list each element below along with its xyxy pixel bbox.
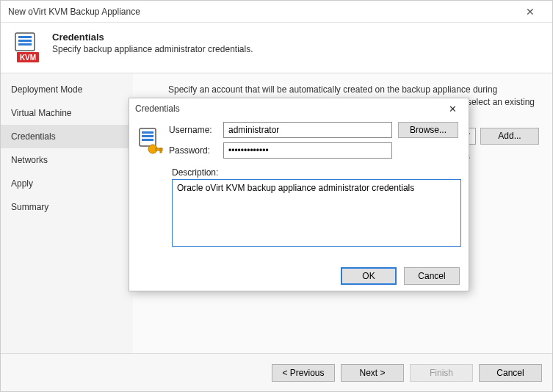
svg-rect-12: [160, 148, 162, 153]
wizard-footer: < Previous Next > Finish Cancel: [1, 353, 552, 391]
dialog-cancel-button[interactable]: Cancel: [404, 267, 460, 285]
svg-rect-9: [142, 139, 153, 141]
dialog-title: Credentials: [135, 104, 442, 114]
svg-rect-2: [18, 40, 32, 42]
wizard-sidebar: Deployment Mode Virtual Machine Credenti…: [1, 73, 133, 353]
previous-button[interactable]: < Previous: [272, 364, 335, 382]
dialog-footer: OK Cancel: [129, 261, 469, 291]
page-title: Credentials: [52, 32, 253, 43]
close-icon[interactable]: ✕: [516, 6, 545, 18]
svg-rect-7: [142, 131, 153, 134]
dialog-titlebar: Credentials ✕: [129, 98, 469, 119]
instruction-line1: Specify an account that will be automati…: [168, 84, 497, 95]
password-field[interactable]: [223, 142, 392, 159]
ok-button[interactable]: OK: [341, 267, 397, 285]
sidebar-item-deployment-mode[interactable]: Deployment Mode: [1, 78, 133, 101]
browse-button[interactable]: Browse...: [398, 122, 458, 138]
dialog-close-icon[interactable]: ✕: [442, 104, 463, 115]
description-field[interactable]: [172, 179, 461, 247]
window-title: New oVirt KVM Backup Appliance: [8, 7, 516, 17]
username-label: Username:: [169, 125, 217, 135]
description-label: Description:: [172, 167, 460, 178]
sidebar-item-summary[interactable]: Summary: [1, 195, 133, 219]
dialog-body: Username: Browse... Password: Descriptio…: [129, 119, 469, 261]
main-window: New oVirt KVM Backup Appliance ✕ KVM Cre…: [0, 0, 553, 392]
svg-rect-8: [142, 135, 153, 137]
username-field[interactable]: [223, 122, 392, 138]
password-label: Password:: [169, 145, 217, 156]
header-text: Credentials Specify backup appliance adm…: [52, 32, 253, 54]
add-button[interactable]: Add...: [480, 128, 539, 145]
sidebar-item-credentials[interactable]: Credentials: [1, 125, 133, 148]
sidebar-item-virtual-machine[interactable]: Virtual Machine: [1, 101, 133, 125]
titlebar: New oVirt KVM Backup Appliance ✕: [1, 1, 552, 23]
wizard-header: KVM Credentials Specify backup appliance…: [1, 23, 552, 73]
cancel-button[interactable]: Cancel: [479, 364, 542, 382]
svg-rect-3: [18, 43, 32, 46]
instruction-cont: n select an existing: [460, 97, 535, 107]
finish-button: Finish: [410, 364, 473, 382]
next-button[interactable]: Next >: [341, 364, 404, 382]
credentials-dialog: Credentials ✕: [129, 98, 469, 291]
credentials-icon: [138, 127, 163, 158]
svg-text:KVM: KVM: [20, 54, 36, 62]
svg-rect-1: [18, 36, 32, 38]
kvm-icon: KVM: [12, 32, 42, 61]
sidebar-item-networks[interactable]: Networks: [1, 148, 133, 172]
page-subtitle: Specify backup appliance administrator c…: [52, 44, 253, 54]
sidebar-item-apply[interactable]: Apply: [1, 172, 133, 195]
